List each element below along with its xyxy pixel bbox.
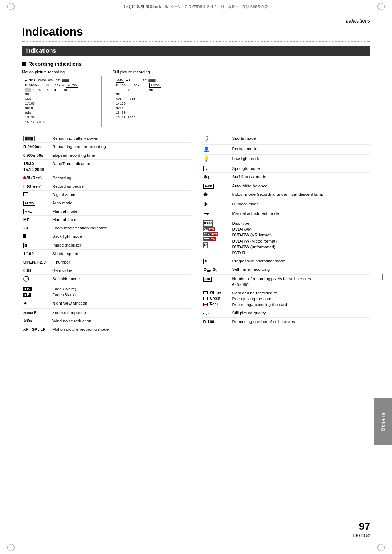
symbol-cell: R 100: [202, 317, 231, 326]
symbol-cell: AWB: [202, 182, 231, 190]
symbol-cell: 1/100: [22, 250, 51, 258]
table-row: Digital zoom: [22, 191, 191, 199]
symbol-cell: ⊙10, ⊙2: [202, 265, 231, 274]
mp-line7: OPEN: [25, 106, 98, 111]
table-row: 0h00m00s Elapsed recording time: [22, 151, 191, 159]
sp-line2: R 100 30x AUTO: [116, 83, 182, 88]
desc-cell: Gain value: [51, 266, 191, 275]
symbol-cell: 2×: [22, 224, 51, 232]
top-right-heading: Indications: [22, 18, 370, 24]
table-row: ▪️ , ▫️ Still picture quality: [202, 309, 371, 317]
table-row: 0dB Gain value: [22, 266, 191, 275]
symbol-cell: MNL: [22, 207, 51, 216]
symbol-cell: ▪️ , ▫️: [202, 309, 231, 317]
desc-cell: Manual focus: [51, 216, 191, 224]
crosshair-right: [380, 274, 385, 280]
table-row: RAM VRRW VideoRW ——RW R: [202, 219, 371, 257]
mp-line5: AWB: [25, 97, 98, 102]
motion-picture-group: Motion picture recording ■ SP※ 0h00m00s …: [22, 70, 102, 127]
table-row: Back light mode: [22, 232, 191, 241]
crosshair-left: [7, 274, 12, 280]
desc-cell: Back light mode: [51, 232, 191, 241]
table-row: OPEN, F2.0 F number: [22, 258, 191, 266]
table-row: MNL Manual mode: [22, 207, 191, 216]
crosshair-bottom: [193, 546, 199, 551]
desc-cell: Image stabilizer: [51, 241, 191, 250]
table-row: ▓▓▓▓ Remaining battery power: [22, 134, 191, 143]
right-indications-table: 🏃 Sports mode 👤 Portrait mode: [202, 134, 371, 326]
mp-line9: 15:30: [25, 115, 98, 120]
desc-cell: Spotlight mode: [231, 164, 371, 172]
desc-cell: Portrait mode: [231, 145, 371, 155]
symbol-cell: ≋/🌬: [22, 317, 51, 325]
mnl-box-icon: MNL: [23, 209, 33, 214]
section-bar-title: Indications: [25, 48, 56, 54]
symbol-cell: 0dB: [22, 266, 51, 275]
table-row: 🏃 Sports mode: [202, 134, 371, 145]
desc-cell: Card can be recorded toRecognizing the c…: [231, 289, 371, 309]
desc-cell: F number: [51, 258, 191, 266]
svg-rect-3: [204, 213, 209, 214]
desc-cell: Motion picture recording mode: [51, 325, 191, 334]
heading-square-icon: [22, 62, 26, 66]
still-picture-group: Still picture recording 640 ■※ II ▓▓▓▓ R…: [113, 70, 185, 127]
symbol-cell: 15:3015.12.2006: [22, 159, 51, 174]
table-row: XP , SP , LP Motion picture recording mo…: [22, 325, 191, 334]
table-row: (White) (Green) (R: [202, 289, 371, 309]
desc-cell: Indoor mode (recording under incandescen…: [231, 190, 371, 200]
desc-cell: Auto mode: [51, 199, 191, 207]
auto-box-icon: AUTO: [23, 201, 35, 206]
table-row: II (Green) Recording pause: [22, 182, 191, 190]
sp-line7: OPEN: [116, 106, 182, 111]
desc-cell: Auto white balance: [231, 182, 371, 190]
desc-cell: Night view function: [51, 299, 191, 308]
desc-cell: Number of recording pixels for still pic…: [231, 274, 371, 289]
left-indications-table: ▓▓▓▓ Remaining battery power R 0h00m Rem…: [22, 134, 191, 334]
recording-boxes: Motion picture recording ■ SP※ 0h00m00s …: [22, 70, 370, 127]
symbol-cell: 🏃: [202, 134, 231, 145]
others-label: Others: [380, 412, 386, 431]
desc-cell: Remaining battery power: [51, 134, 191, 143]
table-row: 15:3015.12.2006 Date/Time indication: [22, 159, 191, 174]
640-icon: 640: [203, 277, 212, 282]
desc-cell: Disc typeDVD-RAMDVD-RW (VR format)DVD-RW…: [231, 219, 371, 257]
table-row: ZOOM🎙 Zoom microphone: [22, 308, 191, 317]
symbol-cell: P: [202, 257, 231, 265]
corner-mark-br: [377, 544, 385, 551]
table-row: Soft skin mode: [22, 275, 191, 285]
table-row: A Spotlight mode: [202, 164, 371, 172]
left-table: ▓▓▓▓ Remaining battery power R 0h00m Rem…: [22, 134, 196, 334]
desc-cell: Remaining number of still pictures: [231, 317, 371, 326]
tables-container: ▓▓▓▓ Remaining battery power R 0h00m Rem…: [22, 134, 370, 334]
table-row: ✦ Night view function: [22, 299, 191, 308]
table-row: MF Manual focus: [22, 216, 191, 224]
svg-rect-4: [205, 212, 205, 213]
desc-cell: Manual adjustment mode: [231, 209, 371, 219]
symbol-cell: (White) (Green) (R: [202, 289, 231, 309]
table-row: P Progressive photoshot mode: [202, 257, 371, 265]
desc-cell: Digital zoom: [51, 191, 191, 199]
sp-line5: AWB ⊙10: [116, 97, 182, 102]
symbol-cell: 👤: [202, 145, 231, 155]
symbol-cell: ❄※: [202, 172, 231, 182]
desc-cell: Manual mode: [51, 207, 191, 216]
symbol-cell: II (Green): [22, 182, 51, 190]
sports-mode-icon: 🏃: [203, 135, 210, 142]
symbol-cell: XP , SP , LP: [22, 325, 51, 334]
table-row: ✳ Indoor mode (recording under incandesc…: [202, 190, 371, 200]
section-heading-bar: Indications: [22, 46, 370, 56]
awb-icon: AWB: [203, 184, 214, 189]
table-row: 2× Zoom magnification indication: [22, 224, 191, 232]
desc-cell: Progressive photoshot mode: [231, 257, 371, 265]
symbol-cell: [22, 275, 51, 285]
sp-line9: 15.12.2006: [116, 115, 182, 120]
content-area: Indications Indications Indications Reco…: [0, 14, 392, 349]
symbol-cell: ✦: [22, 299, 51, 308]
crosshair-top: [193, 3, 199, 8]
symbol-cell: ☀: [202, 200, 231, 209]
desc-cell: Recording pause: [51, 182, 191, 190]
manual-adj-icon: [203, 211, 209, 216]
mp-line2: R 0h00m □ 50x ⚙ AUTO: [25, 83, 98, 88]
symbol-cell: [22, 232, 51, 241]
table-row: ⊙10, ⊙2 Self-Timer recording: [202, 265, 371, 274]
